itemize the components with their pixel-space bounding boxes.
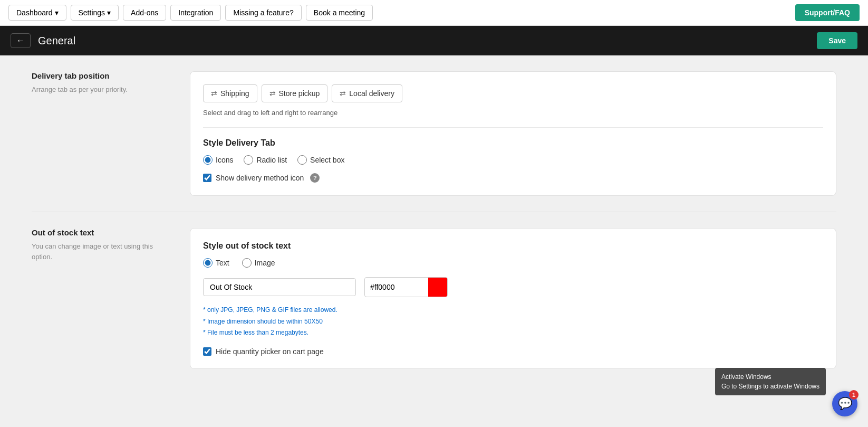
text-type-label: Text (216, 259, 229, 267)
show-icon-option[interactable]: Show delivery method icon ? (203, 173, 823, 183)
out-of-stock-section: Out of stock text You can change image o… (32, 228, 836, 385)
file-notes: * only JPG, JPEG, PNG & GIF files are al… (203, 305, 823, 339)
oos-title: Out of stock text (32, 228, 169, 237)
book-meeting-button[interactable]: Book a meeting (306, 5, 373, 21)
style-delivery-tab: Style Delivery Tab Icons Radio list Sele… (203, 138, 823, 183)
color-input-wrap (364, 277, 448, 297)
select-box-label: Select box (310, 156, 344, 164)
oos-label: Out of stock text You can change image o… (32, 228, 169, 369)
text-type-radio[interactable] (203, 258, 213, 268)
top-nav: Dashboard ▾ Settings ▾ Add-ons Integrati… (0, 0, 868, 26)
support-faq-button[interactable]: Support/FAQ (795, 4, 860, 21)
oos-content: Style out of stock text Text Image (190, 228, 836, 369)
support-faq-label: Support/FAQ (805, 8, 850, 17)
missing-feature-label: Missing a feature? (233, 8, 293, 17)
show-icon-label: Show delivery method icon (216, 174, 304, 182)
style-radio-group: Icons Radio list Select box (203, 155, 823, 165)
delivery-tab-label: Delivery tab position Arrange tab as per… (32, 71, 169, 196)
oos-type-group: Text Image (203, 258, 823, 268)
icons-label: Icons (216, 156, 233, 164)
store-pickup-drag-icon: ⇄ (269, 89, 276, 98)
image-type-label: Image (255, 259, 275, 267)
settings-button[interactable]: Settings ▾ (71, 5, 119, 21)
integration-label: Integration (178, 8, 213, 17)
hide-qty-label: Hide quantity picker on cart page (216, 347, 324, 356)
radio-list-option[interactable]: Radio list (244, 155, 287, 165)
back-icon: ← (16, 36, 25, 45)
oos-fields-row (203, 277, 823, 297)
file-note-1: * only JPG, JPEG, PNG & GIF files are al… (203, 305, 823, 316)
icons-option[interactable]: Icons (203, 155, 233, 165)
select-box-radio[interactable] (297, 155, 307, 165)
delivery-tab-content: ⇄ Shipping ⇄ Store pickup ⇄ Local delive… (190, 71, 836, 196)
header-bar: ← General Save (0, 26, 868, 55)
dashboard-button[interactable]: Dashboard ▾ (8, 5, 66, 21)
addons-button[interactable]: Add-ons (123, 5, 166, 21)
missing-feature-button[interactable]: Missing a feature? (225, 5, 301, 21)
save-button[interactable]: Save (817, 32, 857, 49)
dashboard-chevron-icon: ▾ (55, 8, 59, 17)
chat-icon: 💬 (838, 397, 852, 411)
tab-item-store-pickup[interactable]: ⇄ Store pickup (262, 84, 328, 102)
book-meeting-label: Book a meeting (314, 8, 365, 17)
oos-text-input[interactable] (203, 278, 356, 296)
radio-list-radio[interactable] (244, 155, 253, 165)
chat-badge: 1 (849, 390, 859, 400)
local-delivery-label: Local delivery (349, 89, 394, 98)
color-text-input[interactable] (365, 279, 428, 296)
hide-qty-option[interactable]: Hide quantity picker on cart page (203, 347, 823, 356)
shipping-label: Shipping (220, 89, 249, 98)
radio-list-label: Radio list (256, 156, 287, 164)
delivery-tab-desc: Arrange tab as per your priority. (32, 84, 169, 95)
hide-qty-checkbox[interactable] (203, 347, 211, 356)
local-delivery-drag-icon: ⇄ (340, 89, 346, 98)
inner-divider-1 (203, 127, 823, 128)
delivery-tab-section: Delivery tab position Arrange tab as per… (32, 71, 836, 212)
settings-chevron-icon: ▾ (107, 8, 111, 17)
tab-item-shipping[interactable]: ⇄ Shipping (203, 84, 257, 102)
show-icon-checkbox[interactable] (203, 174, 211, 182)
settings-label: Settings (79, 8, 105, 17)
oos-style-title: Style out of stock text (203, 241, 823, 251)
oos-desc: You can change image or text using this … (32, 241, 169, 262)
integration-button[interactable]: Integration (170, 5, 221, 21)
text-type-option[interactable]: Text (203, 258, 229, 268)
page-title: General (38, 35, 817, 47)
color-swatch[interactable] (428, 278, 447, 297)
image-type-radio[interactable] (242, 258, 252, 268)
select-box-option[interactable]: Select box (297, 155, 344, 165)
back-button[interactable]: ← (11, 33, 31, 48)
style-title: Style Delivery Tab (203, 138, 823, 148)
addons-label: Add-ons (131, 8, 158, 17)
file-note-3: * File must be less than 2 megabytes. (203, 327, 823, 339)
chat-bubble[interactable]: 💬 1 (832, 391, 857, 416)
tab-items: ⇄ Shipping ⇄ Store pickup ⇄ Local delive… (203, 84, 823, 102)
image-type-option[interactable]: Image (242, 258, 275, 268)
icons-radio[interactable] (203, 155, 213, 165)
main-content: Delivery tab position Arrange tab as per… (0, 55, 868, 416)
help-icon[interactable]: ? (310, 173, 320, 183)
store-pickup-label: Store pickup (279, 89, 320, 98)
delivery-tab-title: Delivery tab position (32, 71, 169, 80)
tab-item-local-delivery[interactable]: ⇄ Local delivery (332, 84, 402, 102)
dashboard-label: Dashboard (16, 8, 53, 17)
file-note-2: * Image dimension should be within 50X50 (203, 316, 823, 328)
drag-hint: Select and drag to left and right to rea… (203, 109, 823, 117)
shipping-drag-icon: ⇄ (211, 89, 217, 98)
